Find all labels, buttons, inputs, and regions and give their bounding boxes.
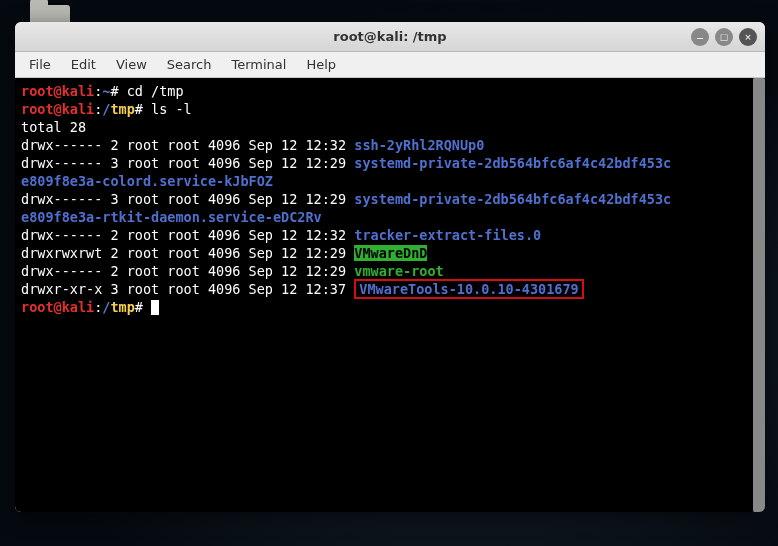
menu-edit[interactable]: Edit	[61, 54, 106, 75]
window-controls: – □ ×	[691, 28, 757, 46]
terminal-window: root@kali: /tmp – □ × File Edit View Sea…	[15, 22, 765, 512]
minimize-button[interactable]: –	[691, 28, 709, 46]
terminal-body[interactable]: root@kali:~# cd /tmproot@kali:/tmp# ls -…	[15, 78, 765, 512]
menu-file[interactable]: File	[19, 54, 61, 75]
menu-search[interactable]: Search	[157, 54, 222, 75]
window-title: root@kali: /tmp	[333, 29, 446, 44]
window-titlebar[interactable]: root@kali: /tmp – □ ×	[15, 22, 765, 52]
menu-help[interactable]: Help	[296, 54, 346, 75]
close-button[interactable]: ×	[739, 28, 757, 46]
menu-terminal[interactable]: Terminal	[221, 54, 296, 75]
scrollbar[interactable]	[753, 78, 765, 512]
terminal-content: root@kali:~# cd /tmproot@kali:/tmp# ls -…	[21, 82, 759, 316]
menubar: File Edit View Search Terminal Help	[15, 52, 765, 78]
scrollbar-thumb[interactable]	[753, 78, 765, 512]
maximize-button[interactable]: □	[715, 28, 733, 46]
menu-view[interactable]: View	[106, 54, 157, 75]
